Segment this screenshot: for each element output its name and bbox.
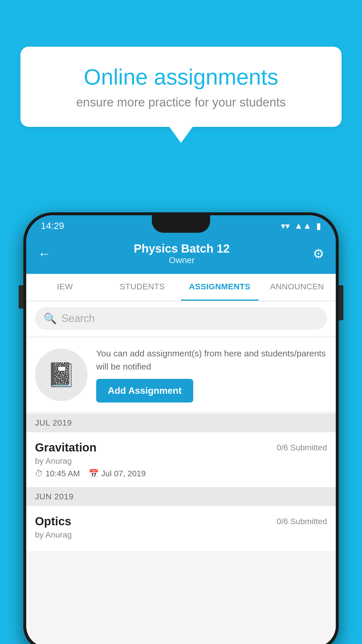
assignment-time: ⏱ 10:45 AM	[35, 469, 80, 478]
assignment-item-gravitation[interactable]: Gravitation 0/6 Submitted by Anurag ⏱ 10…	[26, 432, 336, 487]
volume-button	[19, 285, 23, 309]
assignment-status-optics: 0/6 Submitted	[277, 517, 327, 526]
batch-role: Owner	[134, 255, 230, 265]
notebook-icon: 📓	[47, 361, 76, 388]
header-title-block: Physics Batch 12 Owner	[134, 242, 230, 265]
app-header: ← Physics Batch 12 Owner ⚙	[26, 236, 336, 274]
content-area: 🔍 Search 📓 You can add assignment(s) fro…	[26, 301, 336, 644]
promo-content: You can add assignment(s) from here and …	[96, 347, 327, 402]
tab-assignments[interactable]: ASSIGNMENTS	[181, 274, 259, 301]
tabs-bar: IEW STUDENTS ASSIGNMENTS ANNOUNCEN	[26, 274, 336, 301]
add-assignment-button[interactable]: Add Assignment	[96, 379, 193, 402]
promo-text: You can add assignment(s) from here and …	[96, 347, 327, 373]
speech-bubble-container: Online assignments ensure more practice …	[20, 47, 342, 143]
signal-icon: ▲▲	[294, 221, 312, 231]
back-button[interactable]: ←	[38, 246, 51, 261]
search-container: 🔍 Search	[26, 301, 336, 336]
search-icon: 🔍	[44, 312, 57, 325]
phone-frame: 14:29 ▾▾ ▲▲ ▮ ← Physics Batch 12 Owner ⚙…	[23, 212, 339, 644]
phone-notch	[152, 215, 210, 233]
speech-bubble-tail	[169, 127, 193, 143]
speech-bubble-title: Online assignments	[44, 64, 318, 90]
tab-iew[interactable]: IEW	[26, 274, 104, 301]
time-value: 10:45 AM	[45, 469, 80, 478]
assignment-date: 📅 Jul 07, 2019	[89, 469, 146, 478]
clock-icon: ⏱	[35, 469, 43, 478]
wifi-icon: ▾▾	[281, 221, 290, 231]
assignment-name: Gravitation	[35, 441, 96, 454]
speech-bubble: Online assignments ensure more practice …	[20, 47, 342, 127]
search-placeholder: Search	[61, 312, 95, 325]
date-value: Jul 07, 2019	[101, 469, 146, 478]
assignment-name-optics: Optics	[35, 515, 71, 528]
promo-icon-circle: 📓	[35, 349, 87, 401]
tab-announcements[interactable]: ANNOUNCEN	[259, 274, 336, 301]
calendar-icon: 📅	[89, 469, 99, 478]
assignment-row1-optics: Optics 0/6 Submitted	[35, 515, 327, 528]
battery-icon: ▮	[316, 221, 321, 231]
status-icons: ▾▾ ▲▲ ▮	[281, 221, 321, 231]
power-button	[339, 285, 343, 320]
tab-students[interactable]: STUDENTS	[104, 274, 181, 301]
promo-card: 📓 You can add assignment(s) from here an…	[26, 338, 336, 411]
assignment-item-optics[interactable]: Optics 0/6 Submitted by Anurag	[26, 506, 336, 552]
speech-bubble-subtitle: ensure more practice for your students	[44, 95, 318, 109]
section-header-jun: JUN 2019	[26, 487, 336, 506]
assignment-status: 0/6 Submitted	[277, 443, 327, 452]
assignment-by: by Anurag	[35, 456, 327, 466]
search-bar[interactable]: 🔍 Search	[35, 307, 327, 330]
section-header-jul: JUL 2019	[26, 414, 336, 432]
settings-icon[interactable]: ⚙	[313, 246, 324, 261]
assignment-by-optics: by Anurag	[35, 530, 327, 540]
status-time: 14:29	[41, 220, 64, 231]
phone-screen: 14:29 ▾▾ ▲▲ ▮ ← Physics Batch 12 Owner ⚙…	[26, 215, 336, 644]
batch-title: Physics Batch 12	[134, 242, 230, 255]
assignment-row1: Gravitation 0/6 Submitted	[35, 441, 327, 454]
assignment-meta: ⏱ 10:45 AM 📅 Jul 07, 2019	[35, 469, 327, 478]
